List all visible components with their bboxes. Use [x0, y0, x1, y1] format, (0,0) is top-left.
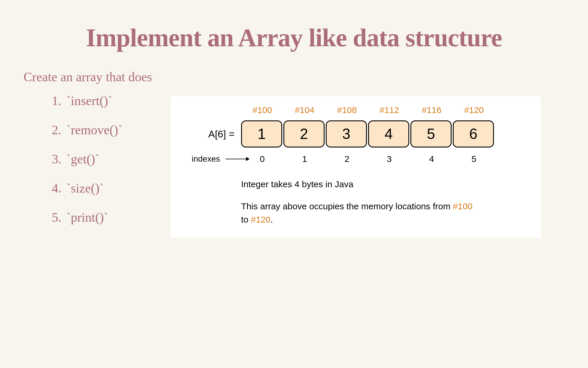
index-value: 1	[283, 154, 326, 164]
index-value: 5	[453, 154, 495, 164]
note-integer-bytes: Integer takes 4 bytes in Java	[241, 178, 526, 191]
memory-to: #120	[251, 215, 270, 224]
array-cell: 1	[241, 120, 282, 147]
list-item: `size()`	[65, 181, 165, 196]
array-cell: 6	[453, 120, 494, 147]
page-title: Implement an Array like data structure	[0, 0, 588, 55]
index-value: 4	[410, 154, 453, 164]
array-cell: 5	[410, 120, 452, 147]
memory-address: #116	[410, 105, 453, 115]
memory-address: #108	[326, 105, 368, 115]
indexes-label: indexes	[185, 154, 241, 164]
array-cell: 3	[326, 120, 367, 147]
memory-address: #112	[368, 105, 410, 115]
memory-from: #100	[453, 201, 472, 211]
array-cell: 2	[283, 120, 325, 147]
cells-row: A[6] = 1 2 3 4 5 6	[185, 120, 526, 147]
index-row: indexes 0 1 2 3 4 5	[185, 154, 526, 164]
note-memory-locations: This array above occupies the memory loc…	[241, 200, 482, 226]
array-cell: 4	[368, 120, 409, 147]
arrow-right-icon	[225, 159, 249, 159]
list-item: `remove()`	[65, 122, 165, 137]
note-text: to	[241, 215, 251, 224]
memory-address: #120	[453, 105, 495, 115]
list-item: `print()`	[65, 210, 165, 225]
memory-address: #100	[241, 105, 283, 115]
index-value: 3	[368, 154, 410, 164]
memory-address: #104	[283, 105, 326, 115]
subtitle: Create an array that does	[24, 69, 588, 84]
list-item: `insert()`	[65, 93, 165, 108]
operations-list: `insert()` `remove()` `get()` `size()` `…	[65, 93, 165, 239]
index-value: 2	[326, 154, 368, 164]
indexes-label-text: indexes	[192, 154, 220, 164]
array-label: A[6] =	[185, 128, 241, 140]
list-item: `get()`	[65, 152, 165, 167]
content-row: `insert()` `remove()` `get()` `size()` `…	[0, 93, 588, 239]
note-text: .	[270, 215, 273, 224]
array-diagram: #100 #104 #108 #112 #116 #120 A[6] = 1 2…	[171, 96, 541, 238]
address-row: #100 #104 #108 #112 #116 #120	[241, 105, 526, 115]
note-text: This array above occupies the memory loc…	[241, 201, 453, 211]
